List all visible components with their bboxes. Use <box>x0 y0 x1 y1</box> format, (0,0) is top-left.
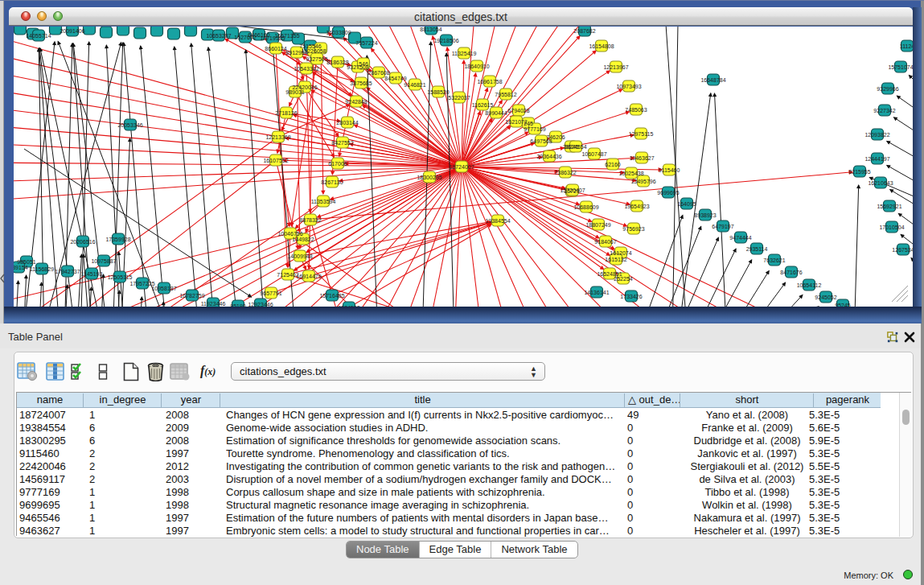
svg-text:16210643: 16210643 <box>868 180 893 186</box>
svg-text:10958187: 10958187 <box>151 286 176 291</box>
svg-text:16914479: 16914479 <box>296 274 321 279</box>
svg-text:10046756: 10046756 <box>277 231 302 237</box>
svg-text:7632621: 7632621 <box>763 257 785 263</box>
svg-text:989031: 989031 <box>285 89 304 95</box>
svg-text:15692921: 15692921 <box>877 204 901 209</box>
svg-text:245: 245 <box>524 121 533 126</box>
svg-text:18226058: 18226058 <box>301 48 326 54</box>
svg-text:20091406: 20091406 <box>60 28 84 34</box>
svg-text:5322037: 5322037 <box>448 95 470 101</box>
svg-text:164095: 164095 <box>677 201 696 207</box>
svg-text:20364436: 20364436 <box>536 154 561 159</box>
svg-text:12444197: 12444197 <box>864 156 889 162</box>
svg-text:10463627: 10463627 <box>629 155 654 161</box>
svg-text:15716485: 15716485 <box>319 293 344 299</box>
svg-text:8215955: 8215955 <box>848 169 870 175</box>
svg-text:14009948: 14009948 <box>287 253 312 259</box>
svg-text:2087682: 2087682 <box>573 28 595 34</box>
svg-text:20206516: 20206516 <box>70 239 95 245</box>
svg-text:546: 546 <box>359 61 368 67</box>
svg-text:14136141: 14136141 <box>584 290 609 295</box>
svg-text:10654112: 10654112 <box>797 282 822 288</box>
svg-text:6479197: 6479197 <box>712 224 733 229</box>
svg-text:16648784: 16648784 <box>700 77 725 83</box>
svg-text:10973493: 10973493 <box>616 84 641 89</box>
svg-text:11156829: 11156829 <box>30 266 54 272</box>
svg-text:2935114: 2935114 <box>746 246 768 252</box>
svg-text:8427552: 8427552 <box>331 140 353 146</box>
svg-text:10975887: 10975887 <box>91 258 116 264</box>
svg-text:16107552: 16107552 <box>263 158 288 163</box>
svg-text:15751074: 15751074 <box>888 64 913 70</box>
svg-text:8938923: 8938923 <box>694 212 716 218</box>
svg-text:10653287: 10653287 <box>206 33 231 39</box>
svg-text:8454749: 8454749 <box>384 76 406 81</box>
svg-text:8813054: 8813054 <box>420 27 441 32</box>
svg-text:3624554: 3624554 <box>565 144 586 150</box>
svg-text:16154808: 16154808 <box>589 43 614 49</box>
svg-text:62160: 62160 <box>605 162 621 167</box>
svg-text:12923446: 12923446 <box>248 302 273 307</box>
svg-text:252254: 252254 <box>614 276 632 282</box>
svg-text:9777169: 9777169 <box>524 126 545 132</box>
svg-text:1145193: 1145193 <box>81 271 103 277</box>
svg-text:10025438: 10025438 <box>618 171 643 176</box>
svg-text:3875685: 3875685 <box>350 80 372 86</box>
svg-text:18724007: 18724007 <box>449 164 474 170</box>
svg-text:11325419: 11325419 <box>452 51 477 56</box>
svg-text:9699695: 9699695 <box>657 190 679 196</box>
svg-text:8660124: 8660124 <box>265 46 286 51</box>
svg-text:17359928: 17359928 <box>105 237 130 242</box>
svg-text:939154: 939154 <box>14 265 28 270</box>
svg-text:9657791: 9657791 <box>260 290 281 296</box>
svg-text:17010504: 17010504 <box>879 225 904 230</box>
svg-text:20053346: 20053346 <box>117 122 142 128</box>
svg-text:9329966: 9329966 <box>877 86 898 92</box>
svg-text:10607487: 10607487 <box>581 151 606 157</box>
svg-text:10543342: 10543342 <box>294 66 318 72</box>
svg-text:8267130: 8267130 <box>321 179 343 185</box>
svg-text:6794028: 6794028 <box>507 108 529 113</box>
svg-text:16782759: 16782759 <box>179 293 204 299</box>
svg-text:746206: 746206 <box>546 134 565 140</box>
svg-text:1612074: 1612074 <box>610 250 631 256</box>
svg-text:9227342: 9227342 <box>873 108 895 113</box>
svg-text:16671355: 16671355 <box>274 33 299 39</box>
svg-text:9524502: 9524502 <box>338 305 359 307</box>
svg-text:12505115: 12505115 <box>108 274 133 280</box>
svg-text:9327505: 9327505 <box>306 56 327 62</box>
svg-text:2803144: 2803144 <box>336 120 358 126</box>
svg-text:7386322: 7386322 <box>554 170 576 175</box>
svg-text:7357224: 7357224 <box>355 40 377 46</box>
svg-text:17942737: 17942737 <box>55 269 80 274</box>
svg-text:19218506: 19218506 <box>433 38 458 43</box>
svg-text:9474444: 9474444 <box>729 235 751 241</box>
svg-text:9756923: 9756923 <box>622 226 644 232</box>
svg-text:2867608: 2867608 <box>368 70 389 76</box>
svg-text:18807249: 18807249 <box>585 222 610 228</box>
svg-text:11124: 11124 <box>900 43 913 49</box>
svg-text:12213967: 12213967 <box>603 64 628 70</box>
svg-text:19384554: 19384554 <box>485 218 510 224</box>
svg-text:18300295: 18300295 <box>417 175 441 180</box>
svg-text:19654923: 19654923 <box>624 204 649 209</box>
svg-text:985051: 985051 <box>17 259 35 265</box>
svg-text:1267534: 1267534 <box>892 247 913 253</box>
svg-text:8471676: 8471676 <box>780 270 802 275</box>
svg-text:2718126: 2718126 <box>275 110 297 116</box>
svg-text:9242848: 9242848 <box>345 99 367 105</box>
svg-text:15720407: 15720407 <box>560 187 585 193</box>
svg-text:95245: 95245 <box>835 303 851 307</box>
svg-text:617006: 617006 <box>328 161 347 167</box>
svg-text:12975115: 12975115 <box>629 131 654 137</box>
svg-text:9184067: 9184067 <box>594 239 616 245</box>
svg-text:18640910: 18640910 <box>464 64 489 69</box>
svg-text:16961758: 16961758 <box>477 79 502 84</box>
svg-text:95190: 95190 <box>230 303 246 307</box>
svg-text:1162615: 1162615 <box>472 102 494 108</box>
svg-text:16033809: 16033809 <box>326 30 351 35</box>
svg-text:12213369: 12213369 <box>265 134 290 140</box>
svg-text:1449822: 1449822 <box>292 237 314 242</box>
svg-text:13495796: 13495796 <box>630 179 655 184</box>
svg-text:10688609: 10688609 <box>573 204 598 210</box>
